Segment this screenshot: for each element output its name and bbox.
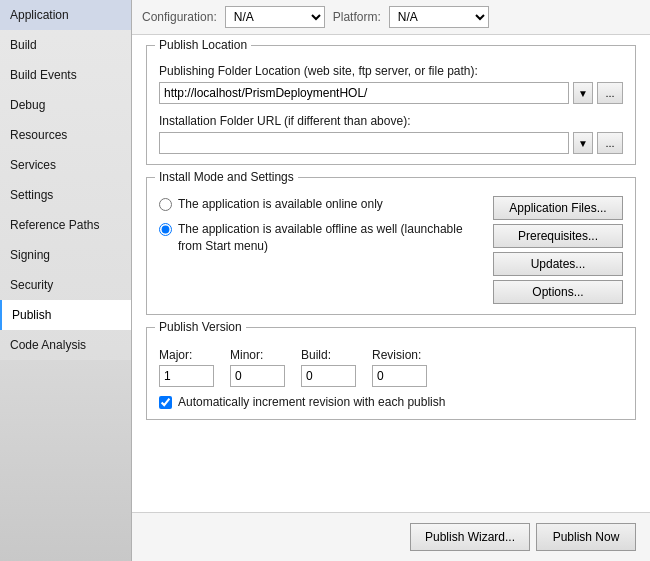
folder-dropdown-btn[interactable]: ▼ — [573, 82, 593, 104]
sidebar-item-resources[interactable]: Resources — [0, 120, 131, 150]
content-area: Publish Location Publishing Folder Locat… — [132, 35, 650, 512]
sidebar-item-application[interactable]: Application — [0, 0, 131, 30]
revision-field: Revision: — [372, 348, 427, 387]
config-label: Configuration: — [142, 10, 217, 24]
auto-increment-checkbox[interactable] — [159, 396, 172, 409]
install-mode-title: Install Mode and Settings — [155, 170, 298, 184]
bottom-bar: Publish Wizard... Publish Now — [132, 512, 650, 561]
publish-location-title: Publish Location — [155, 38, 251, 52]
main-panel: Configuration: N/A Platform: N/A Publish… — [132, 0, 650, 561]
sidebar-item-signing[interactable]: Signing — [0, 240, 131, 270]
version-row: Major: Minor: Build: Revision: — [159, 348, 623, 387]
radio-online-label: The application is available online only — [178, 196, 383, 213]
revision-label: Revision: — [372, 348, 427, 362]
sidebar-item-build[interactable]: Build — [0, 30, 131, 60]
install-mode-group: Install Mode and Settings The applicatio… — [146, 177, 636, 315]
platform-label: Platform: — [333, 10, 381, 24]
radio-offline-label: The application is available offline as … — [178, 221, 483, 255]
sidebar-item-services[interactable]: Services — [0, 150, 131, 180]
install-dropdown-btn[interactable]: ▼ — [573, 132, 593, 154]
major-input[interactable] — [159, 365, 214, 387]
radio-offline-row: The application is available offline as … — [159, 221, 483, 255]
sidebar-item-build-events[interactable]: Build Events — [0, 60, 131, 90]
minor-label: Minor: — [230, 348, 285, 362]
revision-input[interactable] — [372, 365, 427, 387]
top-bar: Configuration: N/A Platform: N/A — [132, 0, 650, 35]
install-label: Installation Folder URL (if different th… — [159, 114, 623, 128]
publish-wizard-btn[interactable]: Publish Wizard... — [410, 523, 530, 551]
build-label: Build: — [301, 348, 356, 362]
sidebar-item-settings[interactable]: Settings — [0, 180, 131, 210]
folder-input[interactable] — [159, 82, 569, 104]
radio-online-row: The application is available online only — [159, 196, 483, 213]
minor-field: Minor: — [230, 348, 285, 387]
sidebar-item-publish[interactable]: Publish — [0, 300, 131, 330]
major-label: Major: — [159, 348, 214, 362]
install-input-row: ▼ ... — [159, 132, 623, 154]
publish-version-group: Publish Version Major: Minor: Build: Rev… — [146, 327, 636, 420]
sidebar-item-security[interactable]: Security — [0, 270, 131, 300]
sidebar-item-code-analysis[interactable]: Code Analysis — [0, 330, 131, 360]
sidebar-item-debug[interactable]: Debug — [0, 90, 131, 120]
radio-section: The application is available online only… — [159, 196, 483, 304]
folder-browse-btn[interactable]: ... — [597, 82, 623, 104]
publish-now-btn[interactable]: Publish Now — [536, 523, 636, 551]
sidebar-item-reference-paths[interactable]: Reference Paths — [0, 210, 131, 240]
folder-input-row: ▼ ... — [159, 82, 623, 104]
auto-increment-row: Automatically increment revision with ea… — [159, 395, 623, 409]
sidebar: Application Build Build Events Debug Res… — [0, 0, 132, 561]
auto-increment-label: Automatically increment revision with ea… — [178, 395, 445, 409]
radio-online[interactable] — [159, 198, 172, 211]
install-input[interactable] — [159, 132, 569, 154]
install-browse-btn[interactable]: ... — [597, 132, 623, 154]
sidebar-spacer — [0, 360, 131, 561]
install-mode-content: The application is available online only… — [159, 196, 623, 304]
major-field: Major: — [159, 348, 214, 387]
publish-location-group: Publish Location Publishing Folder Locat… — [146, 45, 636, 165]
folder-label: Publishing Folder Location (web site, ft… — [159, 64, 623, 78]
options-btn[interactable]: Options... — [493, 280, 623, 304]
config-select[interactable]: N/A — [225, 6, 325, 28]
app-files-btn[interactable]: Application Files... — [493, 196, 623, 220]
prerequisites-btn[interactable]: Prerequisites... — [493, 224, 623, 248]
updates-btn[interactable]: Updates... — [493, 252, 623, 276]
build-input[interactable] — [301, 365, 356, 387]
build-field: Build: — [301, 348, 356, 387]
radio-offline[interactable] — [159, 223, 172, 236]
minor-input[interactable] — [230, 365, 285, 387]
platform-select[interactable]: N/A — [389, 6, 489, 28]
publish-version-title: Publish Version — [155, 320, 246, 334]
mode-buttons-section: Application Files... Prerequisites... Up… — [493, 196, 623, 304]
